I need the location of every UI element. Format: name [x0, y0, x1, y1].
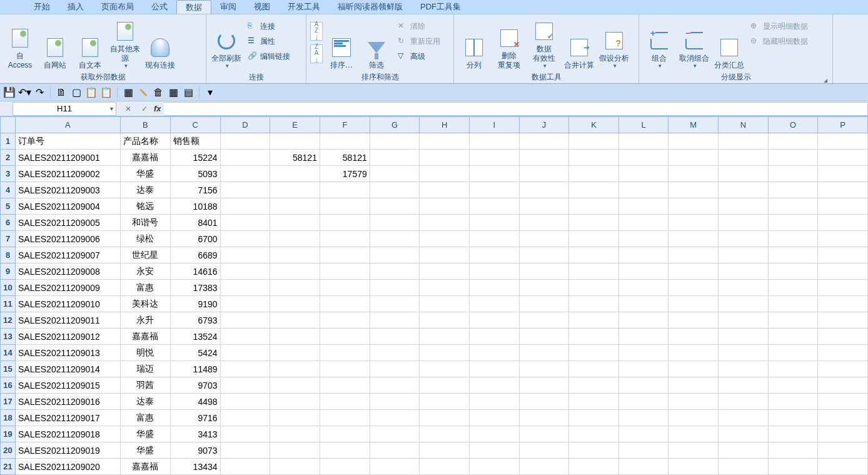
cell[interactable]	[270, 182, 320, 198]
save-icon[interactable]: 💾	[4, 87, 15, 98]
cell[interactable]	[220, 133, 270, 150]
cell[interactable]	[818, 312, 868, 329]
cell[interactable]	[370, 377, 420, 394]
cell[interactable]	[618, 329, 669, 345]
cell[interactable]	[270, 361, 320, 377]
cell[interactable]	[220, 329, 270, 345]
cell[interactable]	[818, 247, 868, 263]
tab-view[interactable]: 视图	[245, 0, 279, 14]
cell[interactable]: 和谐号	[120, 215, 170, 231]
cell[interactable]	[569, 166, 619, 182]
undo-icon[interactable]: ↶▾	[19, 87, 30, 98]
cell[interactable]	[719, 361, 769, 377]
cell[interactable]: 15224	[170, 150, 220, 166]
from-other-button[interactable]: 自其他来源	[109, 16, 141, 71]
cell[interactable]	[669, 231, 719, 247]
row-header[interactable]: 5	[1, 198, 16, 215]
cell[interactable]: SALES20211209014	[15, 361, 120, 377]
cell[interactable]	[768, 166, 818, 182]
cell[interactable]	[768, 280, 818, 296]
cell[interactable]	[569, 215, 619, 231]
row-header[interactable]: 7	[1, 231, 16, 247]
cell[interactable]	[420, 263, 470, 280]
cell[interactable]	[320, 442, 370, 459]
formula-input[interactable]	[164, 102, 868, 116]
cell[interactable]	[370, 198, 420, 215]
cell[interactable]: SALES20211209001	[15, 150, 120, 166]
cell[interactable]	[470, 247, 520, 263]
cell[interactable]	[768, 426, 818, 442]
cell[interactable]	[669, 410, 719, 426]
cell[interactable]	[470, 182, 520, 198]
cell[interactable]	[719, 426, 769, 442]
cell[interactable]	[320, 296, 370, 312]
cell[interactable]: 4498	[170, 394, 220, 410]
cell[interactable]: 6689	[170, 247, 220, 263]
cell[interactable]	[519, 426, 569, 442]
cell[interactable]	[669, 312, 719, 329]
cell[interactable]	[569, 247, 619, 263]
filter-button[interactable]: 筛选	[360, 16, 393, 71]
cell[interactable]	[818, 263, 868, 280]
cell[interactable]	[220, 280, 270, 296]
cell[interactable]: 销售额	[170, 133, 220, 150]
cell[interactable]	[818, 410, 868, 426]
cell[interactable]	[569, 377, 619, 394]
cell[interactable]: 13524	[170, 329, 220, 345]
cell[interactable]	[768, 182, 818, 198]
cell[interactable]	[569, 280, 619, 296]
cell[interactable]	[220, 442, 270, 459]
cell[interactable]	[669, 182, 719, 198]
row-header[interactable]: 2	[1, 150, 16, 166]
cell[interactable]	[270, 215, 320, 231]
cell[interactable]	[220, 182, 270, 198]
cell[interactable]: SALES20211209011	[15, 312, 120, 329]
cell[interactable]	[519, 459, 569, 475]
cell[interactable]	[320, 394, 370, 410]
cell[interactable]	[519, 198, 569, 215]
cell[interactable]	[618, 231, 669, 247]
cell[interactable]	[519, 377, 569, 394]
tab-dev[interactable]: 开发工具	[279, 0, 329, 14]
cell[interactable]: SALES20211209005	[15, 215, 120, 231]
cell[interactable]	[768, 150, 818, 166]
cell[interactable]	[470, 296, 520, 312]
select-all-corner[interactable]	[1, 117, 16, 133]
cell[interactable]	[669, 296, 719, 312]
cell[interactable]	[768, 394, 818, 410]
cell[interactable]	[768, 377, 818, 394]
cancel-icon[interactable]: ✕	[121, 103, 135, 115]
borders-icon[interactable]: ▦	[168, 87, 179, 98]
cell[interactable]: 13434	[170, 459, 220, 475]
cell[interactable]	[818, 133, 868, 150]
cell[interactable]	[320, 361, 370, 377]
cell[interactable]	[569, 231, 619, 247]
cell[interactable]: 瑞迈	[120, 361, 170, 377]
cell[interactable]	[519, 150, 569, 166]
cell[interactable]	[320, 459, 370, 475]
cell[interactable]	[370, 150, 420, 166]
cell[interactable]	[370, 231, 420, 247]
cell[interactable]	[220, 231, 270, 247]
cell[interactable]	[818, 345, 868, 361]
cell[interactable]	[719, 166, 769, 182]
cell[interactable]	[719, 133, 769, 150]
cell[interactable]	[618, 410, 669, 426]
ungroup-button[interactable]: 取消组合	[678, 16, 710, 71]
cell[interactable]: 永升	[120, 312, 170, 329]
cell[interactable]	[569, 133, 619, 150]
cell[interactable]	[470, 263, 520, 280]
row-header[interactable]: 21	[1, 459, 16, 475]
cell[interactable]	[470, 345, 520, 361]
name-box[interactable]: H11	[13, 102, 116, 116]
cell[interactable]: 3413	[170, 426, 220, 442]
subtotal-button[interactable]: 分类汇总	[713, 16, 745, 71]
cell[interactable]	[618, 263, 669, 280]
cell[interactable]	[618, 215, 669, 231]
row-header[interactable]: 6	[1, 215, 16, 231]
cell[interactable]	[519, 394, 569, 410]
cell[interactable]	[818, 280, 868, 296]
col-header-A[interactable]: A	[15, 117, 120, 133]
cell[interactable]	[519, 442, 569, 459]
cell[interactable]	[569, 263, 619, 280]
